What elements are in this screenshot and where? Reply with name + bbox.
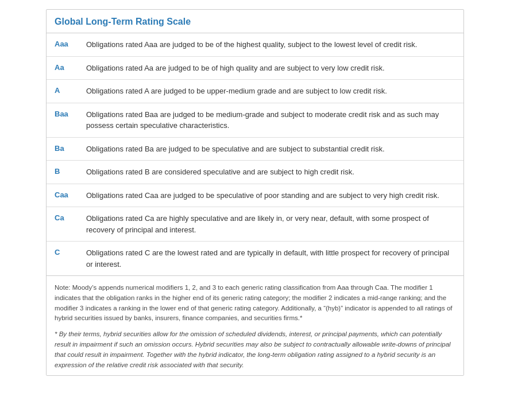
note-text: Note: Moody’s appends numerical modifier… [55,283,455,324]
table-row: AaaObligations rated Aaa are judged to b… [47,33,463,57]
rating-code: Aa [55,63,86,72]
rating-description: Obligations rated C are the lowest rated… [86,247,455,270]
rating-code: A [55,85,86,95]
note-section: Note: Moody’s appends numerical modifier… [47,275,463,375]
rating-description: Obligations rated A are judged to be upp… [86,85,455,97]
table-row: BaaObligations rated Baa are judged to b… [47,103,463,138]
rating-description: Obligations rated B are considered specu… [86,166,455,178]
table-title: Global Long-Term Rating Scale [47,10,463,33]
ratings-list: AaaObligations rated Aaa are judged to b… [47,33,463,275]
rating-description: Obligations rated Caa are judged to be s… [86,190,455,201]
rating-code: Ba [55,143,86,153]
footnote-text: * By their terms, hybrid securities allo… [55,329,455,370]
table-row: CaaObligations rated Caa are judged to b… [47,184,463,208]
rating-description: Obligations rated Baa are judged to be m… [86,109,455,131]
table-row: BaObligations rated Ba are judged to be … [47,138,463,161]
page-container: Global Long-Term Rating Scale AaaObligat… [0,0,510,385]
rating-description: Obligations rated Ca are highly speculat… [86,213,455,235]
rating-code: B [55,166,86,176]
rating-description: Obligations rated Aa are judged to be of… [86,63,455,74]
table-row: CaObligations rated Ca are highly specul… [47,207,463,242]
rating-description: Obligations rated Aaa are judged to be o… [86,39,455,50]
rating-table: Global Long-Term Rating Scale AaaObligat… [46,9,464,376]
table-row: AObligations rated A are judged to be up… [47,80,463,103]
table-row: CObligations rated C are the lowest rate… [47,242,463,275]
rating-code: Aaa [55,39,86,48]
rating-code: C [55,247,86,256]
rating-description: Obligations rated Ba are judged to be sp… [86,143,455,155]
table-row: AaObligations rated Aa are judged to be … [47,57,463,80]
table-row: BObligations rated B are considered spec… [47,161,463,184]
rating-code: Baa [55,109,86,118]
rating-code: Caa [55,190,86,199]
rating-code: Ca [55,213,86,222]
